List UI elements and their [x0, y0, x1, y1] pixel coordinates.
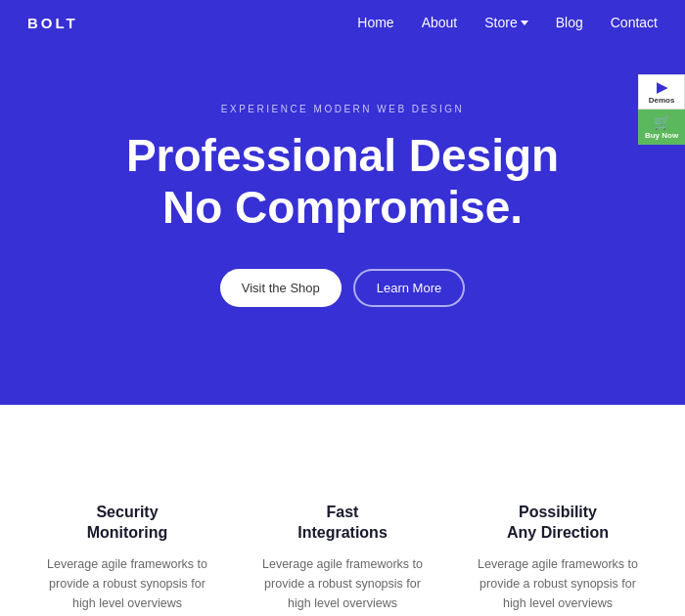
navbar: BOLT Home About Store Blog Contact [0, 0, 685, 45]
feature-desc-2: Leverage agile frameworks to provide a r… [254, 554, 431, 616]
demos-button[interactable]: ▶ Demos [638, 74, 685, 110]
hero-title-line2: No Compromise. [162, 182, 523, 233]
hero-eyebrow: EXPERIENCE MODERN WEB DESIGN [221, 104, 464, 114]
float-buttons: ▶ Demos 🛒 Buy Now [638, 74, 685, 145]
feature-title-1: Security Monitoring [39, 503, 215, 544]
feature-title-2: Fast Integrations [254, 503, 431, 544]
nav-link-store[interactable]: Store [484, 15, 517, 30]
nav-item-store[interactable]: Store [484, 15, 527, 30]
nav-link-about[interactable]: About [422, 15, 458, 30]
buy-label: Buy Now [645, 131, 678, 140]
blank-spacer [0, 405, 685, 463]
feature-card-1: Security Monitoring Leverage agile frame… [29, 503, 225, 616]
nav-item-home[interactable]: Home [357, 14, 393, 31]
site-logo: BOLT [27, 15, 78, 31]
learn-more-button[interactable]: Learn More [353, 269, 465, 307]
feature-desc-1: Leverage agile frameworks to provide a r… [39, 554, 215, 616]
nav-link-blog[interactable]: Blog [556, 15, 583, 30]
visit-shop-button[interactable]: Visit the Shop [220, 269, 342, 307]
buy-now-button[interactable]: 🛒 Buy Now [638, 110, 685, 145]
feature-card-2: Fast Integrations Leverage agile framewo… [245, 503, 440, 616]
cart-icon: 🛒 [654, 114, 670, 130]
hero-title: Professional Design No Compromise. [126, 130, 559, 234]
hero-section: EXPERIENCE MODERN WEB DESIGN Professiona… [0, 45, 685, 405]
nav-link-contact[interactable]: Contact [611, 15, 658, 30]
feature-title-3: Possibility Any Direction [470, 503, 646, 544]
nav-item-blog[interactable]: Blog [556, 14, 583, 31]
chevron-down-icon [521, 21, 528, 25]
feature-desc-3: Leverage agile frameworks to provide a r… [470, 554, 646, 616]
features-section: Security Monitoring Leverage agile frame… [0, 463, 685, 616]
nav-link-home[interactable]: Home [357, 15, 393, 30]
nav-item-about[interactable]: About [422, 14, 458, 31]
hero-title-line1: Professional Design [126, 130, 559, 181]
feature-card-3: Possibility Any Direction Leverage agile… [460, 503, 656, 616]
hero-buttons: Visit the Shop Learn More [220, 269, 465, 307]
demos-label: Demos [649, 96, 675, 105]
nav-links: Home About Store Blog Contact [357, 14, 658, 31]
demos-icon: ▶ [657, 79, 667, 95]
nav-item-contact[interactable]: Contact [611, 14, 658, 31]
